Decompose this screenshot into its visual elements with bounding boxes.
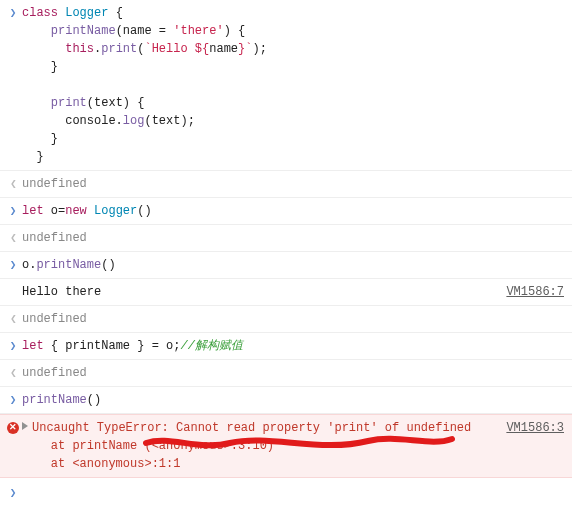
console-input-code: let o=new Logger()	[22, 202, 564, 220]
console-entry: ❯class Logger { printName(name = 'there'…	[0, 0, 572, 171]
gutter: ❯	[4, 229, 22, 247]
console-error: Uncaught TypeError: Cannot read property…	[22, 419, 498, 473]
result-caret-icon: ❯	[10, 365, 17, 382]
console-input-code: o.printName()	[22, 256, 564, 274]
console-entry: ❯undefined	[0, 171, 572, 198]
gutter: ❯	[4, 4, 22, 22]
console-log: Hello there	[22, 283, 498, 301]
input-caret-icon: ❯	[10, 392, 17, 409]
gutter: ❯	[4, 256, 22, 274]
source-link[interactable]: VM1586:7	[498, 283, 564, 301]
console-entry: ✕Uncaught TypeError: Cannot read propert…	[0, 414, 572, 478]
console-result: undefined	[22, 229, 564, 247]
console-input-code: let { printName } = o;//解构赋值	[22, 337, 564, 355]
result-caret-icon: ❯	[10, 311, 17, 328]
gutter: ✕	[4, 419, 22, 434]
prompt-caret-icon: ❯	[10, 485, 17, 502]
source-link[interactable]: VM1586:3	[498, 419, 564, 437]
input-caret-icon: ❯	[10, 5, 17, 22]
console-entry: ❯o.printName()	[0, 252, 572, 279]
gutter: ❯	[4, 202, 22, 220]
error-icon: ✕	[7, 422, 19, 434]
console-result: undefined	[22, 310, 564, 328]
console-input-code: printName()	[22, 391, 564, 409]
console-result: undefined	[22, 364, 564, 382]
input-caret-icon: ❯	[10, 257, 17, 274]
console-result: undefined	[22, 175, 564, 193]
gutter	[4, 283, 22, 284]
console-entry: ❯let { printName } = o;//解构赋值	[0, 333, 572, 360]
gutter: ❯	[4, 337, 22, 355]
gutter: ❯	[4, 175, 22, 193]
devtools-console: ❯class Logger { printName(name = 'there'…	[0, 0, 572, 478]
console-entry: ❯undefined	[0, 360, 572, 387]
console-prompt[interactable]: ❯	[0, 478, 572, 507]
result-caret-icon: ❯	[10, 230, 17, 247]
console-entry: ❯undefined	[0, 306, 572, 333]
console-input-code: class Logger { printName(name = 'there')…	[22, 4, 564, 166]
result-caret-icon: ❯	[10, 176, 17, 193]
console-entry: ❯printName()	[0, 387, 572, 414]
input-caret-icon: ❯	[10, 338, 17, 355]
console-entry: ❯undefined	[0, 225, 572, 252]
console-entry: ❯let o=new Logger()	[0, 198, 572, 225]
gutter: ❯	[4, 391, 22, 409]
input-caret-icon: ❯	[10, 203, 17, 220]
console-entry: Hello thereVM1586:7	[0, 279, 572, 306]
gutter: ❯	[4, 364, 22, 382]
expand-triangle-icon[interactable]	[22, 422, 28, 430]
gutter: ❯	[4, 310, 22, 328]
